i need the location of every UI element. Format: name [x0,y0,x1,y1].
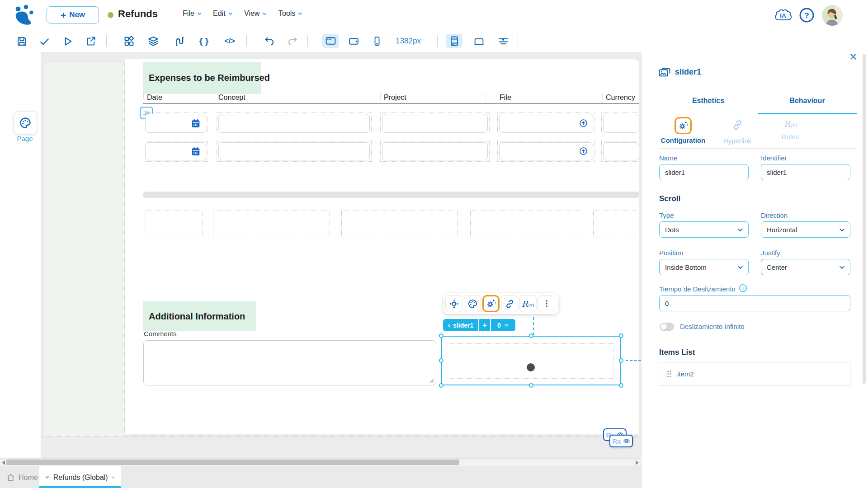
widgets-icon[interactable] [121,33,137,49]
name-input[interactable] [659,164,749,180]
subtab-configuration[interactable]: Configuration [658,117,708,144]
rules-fx-icon[interactable]: R(x) [519,295,537,312]
widget-breadcrumb-chip[interactable]: ‹ slider1 [443,319,478,331]
upload-icon[interactable] [579,146,588,156]
scroll-left-arrow[interactable] [2,460,5,465]
resize-handle-icon[interactable] [429,379,434,383]
position-select[interactable]: Inside Bottom [659,259,749,275]
placeholder-box[interactable] [145,211,203,238]
undo-icon[interactable] [262,33,277,49]
currency-input[interactable] [603,114,639,133]
selection-handle[interactable] [439,383,443,388]
project-input[interactable] [382,114,488,133]
tab-behaviour[interactable]: Behaviour [758,97,857,105]
close-icon[interactable] [112,474,114,480]
align-filter-icon[interactable] [495,33,511,49]
menu-edit[interactable]: Edit [213,9,233,18]
menu-tools[interactable]: Tools [278,9,303,18]
canvas-width-value[interactable]: 1382px [389,37,428,46]
container-window-icon[interactable] [471,33,486,49]
export-icon[interactable] [83,33,99,49]
new-button[interactable]: + New [47,6,99,23]
table-header-project[interactable]: Project [380,92,486,103]
run-play-icon[interactable] [60,33,75,49]
currency-input-row2[interactable] [603,142,639,160]
hyperlink-icon[interactable] [501,295,518,312]
page-palette-button[interactable] [14,111,37,135]
esthetics-palette-icon[interactable] [464,295,481,312]
divider-bar[interactable] [143,192,639,198]
page-layout-icon[interactable] [446,34,462,48]
code-icon[interactable]: </> [222,33,237,49]
selection-handle[interactable] [439,358,443,363]
scroll-right-arrow[interactable] [636,460,639,465]
section1-title[interactable]: Expenses to be Reimbursed [149,73,270,83]
validate-check-icon[interactable] [37,33,52,49]
tablet-view-icon[interactable] [346,33,361,49]
left-sidebar: Page [0,52,41,458]
drag-handle-icon[interactable] [667,370,672,378]
calendar-icon[interactable] [191,118,201,128]
app-logo[interactable] [12,4,35,27]
help-icon[interactable]: ? [799,8,814,23]
selection-handle[interactable] [439,333,443,338]
justify-select[interactable]: Center [761,259,850,275]
configuration-gear-icon[interactable] [482,295,500,312]
selection-handle[interactable] [619,333,623,338]
section2-title[interactable]: Additional Information [149,311,245,322]
ia-badge[interactable]: IA [774,7,792,23]
move-icon[interactable] [445,295,462,312]
concept-input[interactable] [218,114,370,133]
infinite-scroll-toggle[interactable] [660,323,674,331]
tab-home[interactable]: Home [6,466,38,488]
selection-handle[interactable] [619,358,623,363]
selection-handle[interactable] [619,383,623,388]
placeholder-box[interactable] [593,211,639,238]
comments-textarea[interactable] [143,340,436,385]
info-icon[interactable] [739,284,747,292]
project-input-row2[interactable] [382,142,488,160]
avatar[interactable] [822,5,843,26]
selection-handle[interactable] [529,383,533,388]
items-list-heading: Items List [659,348,695,357]
subtab-hyperlink[interactable]: Hyperlink [718,119,757,145]
tiempo-input[interactable] [659,295,850,311]
calendar-icon[interactable] [191,146,201,156]
phone-view-icon[interactable] [369,33,385,49]
chevron-down-icon [197,11,202,16]
subtab-rules[interactable]: R(x) Rules [774,119,806,141]
desktop-view-icon[interactable] [322,34,339,48]
table-header-concept[interactable]: Concept [215,92,370,103]
hyperlink-icon [731,119,744,131]
panel-scrollbar[interactable] [863,54,866,384]
placeholder-box[interactable] [213,211,330,238]
menu-file[interactable]: File [183,9,202,18]
menu-view[interactable]: View [244,9,267,18]
placeholder-box[interactable] [470,211,583,238]
type-select[interactable]: Dots [659,221,749,238]
direction-select[interactable]: Horizontal [761,221,850,238]
layers-icon[interactable] [146,33,161,49]
braces-icon[interactable]: { } [197,33,212,49]
panel-close-icon[interactable] [849,53,857,61]
identifier-input[interactable] [761,164,850,180]
items-list-item[interactable]: item2 [659,362,850,385]
tab-esthetics[interactable]: Esthetics [659,97,758,105]
horizontal-scrollbar[interactable] [0,458,641,466]
selection-handle[interactable] [529,333,533,338]
save-icon[interactable] [14,33,29,49]
placeholder-box[interactable] [341,211,458,238]
rx-visibility-badge[interactable]: Rx [609,435,633,447]
more-options-kebab-icon[interactable] [538,295,555,312]
item-index-chip[interactable]: 0 [491,319,515,331]
flow-connector-icon[interactable] [171,33,187,49]
add-item-chip[interactable]: + [479,319,490,331]
table-header-date[interactable]: Date [143,92,205,103]
table-header-currency[interactable]: Currency [602,92,639,103]
redo-icon[interactable] [285,33,300,49]
concept-input-row2[interactable] [218,142,370,160]
upload-icon[interactable] [579,118,588,128]
scrollbar-thumb[interactable] [6,460,459,465]
tab-refunds-global[interactable]: Refunds (Global) [39,466,121,488]
table-header-file[interactable]: File [496,92,597,103]
